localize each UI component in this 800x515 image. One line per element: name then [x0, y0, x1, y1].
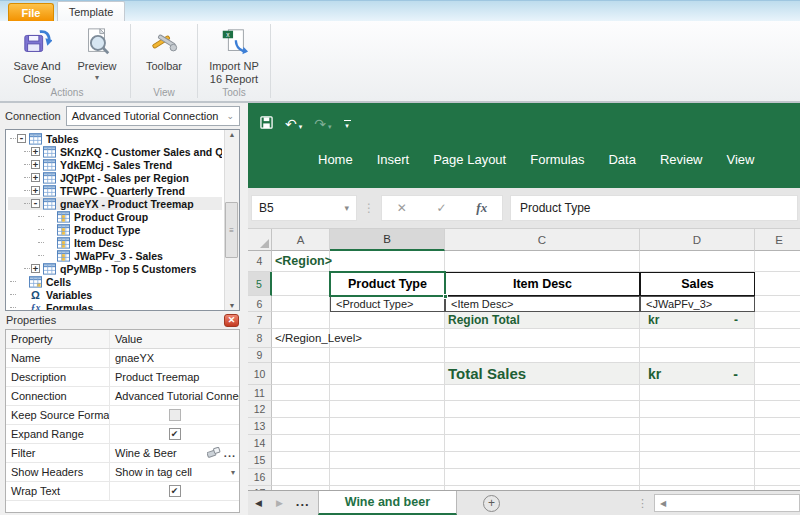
scroll-left-icon[interactable]: ◀	[660, 499, 666, 508]
cell-A10[interactable]	[272, 363, 330, 385]
expand-icon[interactable]: +	[31, 173, 40, 182]
row-header-8[interactable]: 8	[248, 329, 272, 348]
cell-D14[interactable]	[640, 435, 755, 452]
cell-E7[interactable]	[755, 312, 800, 329]
cell-D11[interactable]	[640, 385, 755, 401]
cell-E12[interactable]	[755, 401, 800, 418]
cell-D15[interactable]	[640, 452, 755, 469]
ribbon-tab-data[interactable]: Data	[596, 152, 647, 167]
cell-D5[interactable]: Sales	[640, 272, 755, 296]
cell-E9[interactable]	[755, 348, 800, 363]
cell-C10[interactable]: Total Sales	[445, 363, 640, 385]
cell-C5[interactable]: Item Desc	[445, 272, 640, 296]
tree-item-formulas[interactable]: ƒxFormulas	[8, 301, 222, 310]
scroll-up-icon[interactable]: ▲	[229, 131, 236, 138]
cell-B14[interactable]	[330, 435, 445, 452]
cancel-entry-icon[interactable]: ✕	[397, 201, 407, 215]
cell-C13[interactable]	[445, 418, 640, 435]
ribbon-tab-page-layout[interactable]: Page Layout	[421, 152, 518, 167]
property-value[interactable]: Wine & Beer...	[110, 444, 239, 462]
tree-item-item-desc[interactable]: Item Desc	[8, 236, 222, 249]
cell-D16[interactable]	[640, 469, 755, 486]
collapse-icon[interactable]: -	[17, 134, 26, 143]
cell-E15[interactable]	[755, 452, 800, 469]
row-header-10[interactable]: 10	[248, 363, 272, 385]
cell-E10[interactable]	[755, 363, 800, 385]
cell-A13[interactable]	[272, 418, 330, 435]
cell-D10[interactable]: kr-	[640, 363, 755, 385]
cell-A8[interactable]: </Region_Level>	[272, 329, 330, 348]
cell-A9[interactable]	[272, 348, 330, 363]
cell-A11[interactable]	[272, 385, 330, 401]
cell-C8[interactable]	[445, 329, 640, 348]
expand-icon[interactable]: +	[31, 160, 40, 169]
property-value[interactable]	[110, 406, 239, 424]
redo-button[interactable]: ↷▾	[314, 117, 331, 131]
add-sheet-button[interactable]: +	[483, 495, 500, 512]
toolbar-button[interactable]: Toolbar	[136, 23, 192, 73]
tree-item-jqtppt-sales-per-region[interactable]: +JQtPpt - Sales per Region	[8, 171, 222, 184]
cell-C9[interactable]	[445, 348, 640, 363]
tree-item-product-type[interactable]: Product Type	[8, 223, 222, 236]
row-header-16[interactable]: 16	[248, 469, 272, 486]
close-properties-icon[interactable]: ✕	[224, 314, 239, 327]
cell-B12[interactable]	[330, 401, 445, 418]
row-header-14[interactable]: 14	[248, 435, 272, 452]
preview-dropdown-arrow[interactable]: ▾	[95, 74, 99, 82]
cell-A12[interactable]	[272, 401, 330, 418]
undo-dropdown-icon[interactable]: ▾	[299, 123, 303, 130]
row-header-5[interactable]: 5	[248, 272, 272, 296]
select-all-corner[interactable]	[248, 229, 272, 251]
row-header-13[interactable]: 13	[248, 418, 272, 435]
tree-item-tables[interactable]: -Tables	[8, 132, 222, 145]
checkbox-unchecked[interactable]	[169, 409, 181, 421]
formula-bar-splitter[interactable]: ⋮	[357, 201, 381, 215]
cell-E8[interactable]	[755, 329, 800, 348]
tree-item-jwapfv-3-sales[interactable]: JWaPFv_3 - Sales	[8, 249, 222, 262]
tree-item-qpymbp-top-5-customers[interactable]: +qPyMBp - Top 5 Customers	[8, 262, 222, 275]
cell-D13[interactable]	[640, 418, 755, 435]
cell-C15[interactable]	[445, 452, 640, 469]
expand-icon[interactable]: +	[31, 147, 40, 156]
expand-icon[interactable]: +	[31, 186, 40, 195]
row-header-11[interactable]: 11	[248, 385, 272, 401]
formula-bar-input[interactable]: Product Type	[510, 195, 798, 221]
cell-B6[interactable]: <Product Type>	[330, 296, 445, 312]
tree-item-product-group[interactable]: Product Group	[8, 210, 222, 223]
cell-D12[interactable]	[640, 401, 755, 418]
row-header-4[interactable]: 4	[248, 251, 272, 272]
collapse-icon[interactable]: -	[31, 199, 40, 208]
cell-B16[interactable]	[330, 469, 445, 486]
column-header-B[interactable]: B	[330, 229, 445, 251]
column-header-D[interactable]: D	[640, 229, 755, 251]
cell-D4[interactable]	[640, 251, 755, 272]
redo-dropdown-icon[interactable]: ▾	[328, 123, 332, 130]
cell-E11[interactable]	[755, 385, 800, 401]
row-header-15[interactable]: 15	[248, 452, 272, 469]
tree-item-variables[interactable]: ΩVariables	[8, 288, 222, 301]
row-header-9[interactable]: 9	[248, 348, 272, 363]
property-value[interactable]: Show in tag cell▾	[110, 463, 239, 481]
expand-icon[interactable]: +	[31, 264, 40, 273]
undo-button[interactable]: ↶▾	[285, 117, 302, 131]
checkbox-checked[interactable]: ✔	[169, 428, 181, 440]
column-header-E[interactable]: E	[755, 229, 800, 251]
column-header-C[interactable]: C	[445, 229, 640, 251]
row-header-7[interactable]: 7	[248, 312, 272, 329]
tree-item-tfwpc-quarterly-trend[interactable]: +TFWPC - Quarterly Trend	[8, 184, 222, 197]
cell-C11[interactable]	[445, 385, 640, 401]
cell-B10[interactable]	[330, 363, 445, 385]
fill-handle[interactable]	[443, 294, 448, 299]
customize-quick-access-icon[interactable]: ▾	[344, 120, 351, 129]
cell-A15[interactable]	[272, 452, 330, 469]
cell-A6[interactable]	[272, 296, 330, 312]
cell-A4[interactable]: <Region>	[272, 251, 330, 272]
cell-B5[interactable]: Product Type	[330, 272, 445, 296]
ribbon-tab-formulas[interactable]: Formulas	[518, 152, 596, 167]
cell-A5[interactable]	[272, 272, 330, 296]
save-and-close-button[interactable]: Save And Close	[9, 23, 65, 85]
cell-A16[interactable]	[272, 469, 330, 486]
cell-C14[interactable]	[445, 435, 640, 452]
ribbon-tab-home[interactable]: Home	[306, 152, 365, 167]
cell-B9[interactable]	[330, 348, 445, 363]
